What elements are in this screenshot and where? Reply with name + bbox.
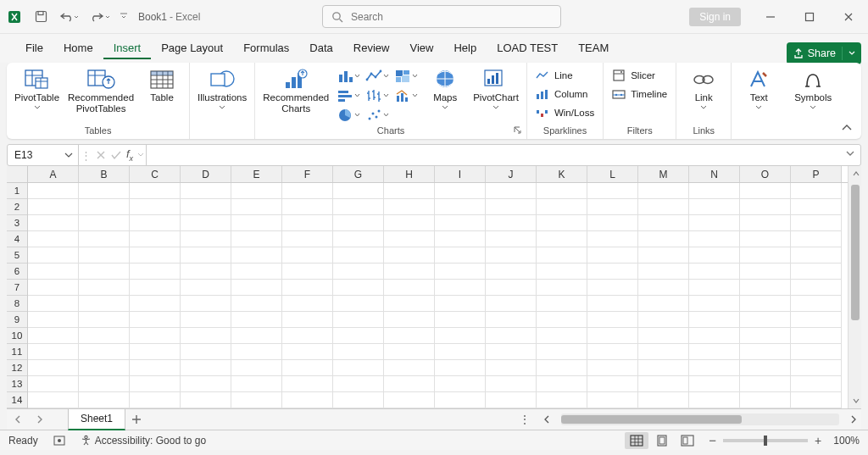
close-button[interactable] <box>829 0 868 34</box>
cell[interactable] <box>740 328 791 344</box>
cell[interactable] <box>689 183 740 199</box>
cell[interactable] <box>28 392 79 408</box>
cell[interactable] <box>231 344 282 360</box>
cell[interactable] <box>181 183 231 199</box>
cell[interactable] <box>79 183 130 199</box>
cell[interactable] <box>231 247 282 264</box>
cell[interactable] <box>587 328 638 344</box>
cell[interactable] <box>130 215 181 231</box>
cell[interactable] <box>333 199 384 215</box>
column-header[interactable]: F <box>282 166 333 182</box>
menu-tab-team[interactable]: TEAM <box>568 37 619 59</box>
cell[interactable] <box>587 264 638 280</box>
cell[interactable] <box>181 328 231 344</box>
cell[interactable] <box>130 183 181 199</box>
column-header[interactable]: G <box>333 166 384 182</box>
cell[interactable] <box>791 392 842 408</box>
cell[interactable] <box>181 247 231 264</box>
cell[interactable] <box>435 344 486 360</box>
cell[interactable] <box>740 280 791 296</box>
tab-scroll-left[interactable] <box>7 409 29 430</box>
cell[interactable] <box>79 215 130 231</box>
cell[interactable] <box>638 360 689 376</box>
cell[interactable] <box>333 328 384 344</box>
cell[interactable] <box>486 328 537 344</box>
cell[interactable] <box>333 376 384 392</box>
cell[interactable] <box>587 312 638 328</box>
select-all-corner[interactable] <box>7 166 28 183</box>
cell[interactable] <box>638 183 689 199</box>
cell[interactable] <box>486 264 537 280</box>
hscroll-left-icon[interactable] <box>539 412 554 427</box>
cell[interactable] <box>384 360 435 376</box>
cell[interactable] <box>28 264 79 280</box>
maps-button[interactable]: Maps <box>423 66 467 110</box>
cell[interactable] <box>181 344 231 360</box>
cell[interactable] <box>638 280 689 296</box>
cell[interactable] <box>638 231 689 247</box>
cell[interactable] <box>638 344 689 360</box>
cell[interactable] <box>130 280 181 296</box>
cell[interactable] <box>130 312 181 328</box>
cell[interactable] <box>486 247 537 264</box>
cell[interactable] <box>333 280 384 296</box>
cell[interactable] <box>638 376 689 392</box>
cell[interactable] <box>740 376 791 392</box>
cell[interactable] <box>79 392 130 408</box>
cell[interactable] <box>537 247 587 264</box>
cell[interactable] <box>79 264 130 280</box>
cell[interactable] <box>791 264 842 280</box>
cell[interactable] <box>486 376 537 392</box>
cell[interactable] <box>587 199 638 215</box>
cell[interactable] <box>79 280 130 296</box>
cell[interactable] <box>791 215 842 231</box>
cell[interactable] <box>333 215 384 231</box>
cell[interactable] <box>740 215 791 231</box>
save-icon[interactable] <box>30 6 52 28</box>
cell[interactable] <box>231 264 282 280</box>
cell[interactable] <box>587 360 638 376</box>
maximize-button[interactable] <box>790 0 829 34</box>
menu-tab-home[interactable]: Home <box>53 37 103 59</box>
cell[interactable] <box>740 183 791 199</box>
cell[interactable] <box>587 215 638 231</box>
cell[interactable] <box>384 264 435 280</box>
column-header[interactable]: D <box>181 166 231 182</box>
cell[interactable] <box>130 296 181 312</box>
row-header[interactable]: 14 <box>7 392 27 408</box>
cell[interactable] <box>282 231 333 247</box>
cell[interactable] <box>79 360 130 376</box>
cell[interactable] <box>435 280 486 296</box>
row-header[interactable]: 2 <box>7 199 27 215</box>
charts-dialog-launcher-icon[interactable] <box>514 126 523 136</box>
cell[interactable] <box>537 264 587 280</box>
cell[interactable] <box>537 296 587 312</box>
cell[interactable] <box>638 264 689 280</box>
cell[interactable] <box>791 280 842 296</box>
cell[interactable] <box>333 312 384 328</box>
pie-chart-icon[interactable] <box>335 105 360 124</box>
cell[interactable] <box>79 231 130 247</box>
row-header[interactable]: 6 <box>7 264 27 280</box>
cell[interactable] <box>486 312 537 328</box>
row-header[interactable]: 8 <box>7 296 27 312</box>
cell[interactable] <box>384 280 435 296</box>
cell[interactable] <box>791 376 842 392</box>
cell[interactable] <box>486 360 537 376</box>
cell[interactable] <box>130 376 181 392</box>
cell[interactable] <box>28 376 79 392</box>
cell[interactable] <box>435 199 486 215</box>
cell[interactable] <box>384 344 435 360</box>
cell[interactable] <box>282 376 333 392</box>
cell[interactable] <box>28 199 79 215</box>
cell[interactable] <box>181 376 231 392</box>
insert-function-icon[interactable]: fx <box>126 147 133 163</box>
cell[interactable] <box>537 376 587 392</box>
cell[interactable] <box>486 183 537 199</box>
enter-formula-icon[interactable] <box>110 150 122 160</box>
cell[interactable] <box>791 183 842 199</box>
row-header[interactable]: 11 <box>7 344 27 360</box>
row-header[interactable]: 10 <box>7 328 27 344</box>
cell[interactable] <box>384 376 435 392</box>
cell[interactable] <box>28 312 79 328</box>
